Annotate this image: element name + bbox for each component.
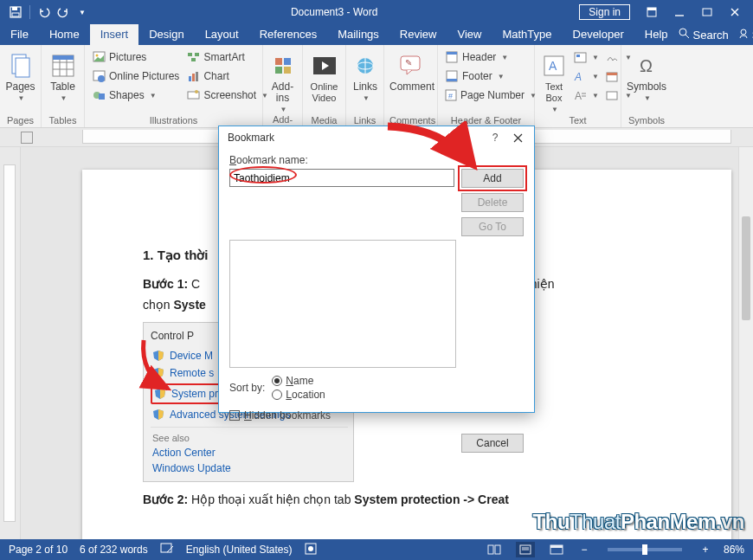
zoom-out-button[interactable]: − <box>578 544 590 556</box>
tab-references[interactable]: References <box>249 24 327 45</box>
tab-mathtype[interactable]: MathType <box>492 24 562 45</box>
drop-cap-button[interactable]: A▼ <box>571 87 601 104</box>
footer-button[interactable]: Footer▼ <box>443 68 533 85</box>
zoom-slider[interactable] <box>608 548 682 551</box>
sort-name-radio[interactable]: Name <box>272 375 325 387</box>
svg-line-10 <box>685 35 689 38</box>
close-icon[interactable] <box>729 6 741 18</box>
tab-design[interactable]: Design <box>138 24 194 45</box>
cancel-button[interactable]: Cancel <box>461 434 524 453</box>
watermark: ThuThuatPhanMem.vn <box>533 510 744 534</box>
dialog-titlebar[interactable]: Bookmark ? <box>219 126 534 149</box>
comment-button[interactable]: ✎Comment <box>389 48 434 93</box>
bookmark-dialog: Bookmark ? Bookmark name: Add Delete Go … <box>218 126 535 413</box>
shapes-icon <box>92 88 106 102</box>
online-video-button[interactable]: Online Video <box>308 48 340 104</box>
smartart-button[interactable]: SmartArt <box>184 48 270 66</box>
delete-button[interactable]: Delete <box>461 193 524 212</box>
status-page[interactable]: Page 2 of 10 <box>9 544 68 556</box>
shapes-button[interactable]: Shapes▼ <box>90 87 181 104</box>
sortby-label: Sort by: <box>229 382 265 394</box>
tab-view[interactable]: View <box>447 24 492 45</box>
vertical-ruler[interactable] <box>0 147 21 539</box>
signin-button[interactable]: Sign in <box>579 4 630 20</box>
svg-point-11 <box>741 29 746 35</box>
ribbon-tabs: File Home Insert Design Layout Reference… <box>0 24 753 45</box>
svg-rect-19 <box>53 55 74 60</box>
quick-parts-button[interactable]: ▼ <box>571 48 601 66</box>
zoom-in-button[interactable]: + <box>699 544 711 556</box>
svg-rect-4 <box>647 8 656 10</box>
minimize-icon[interactable] <box>673 6 685 18</box>
group-media-label: Media <box>308 114 340 126</box>
svg-rect-60 <box>607 73 617 75</box>
group-pages-label: Pages <box>5 114 35 126</box>
svg-point-70 <box>308 546 313 551</box>
vertical-scrollbar[interactable] <box>738 147 753 539</box>
group-illustrations-label: Illustrations <box>90 114 257 126</box>
quick-access-toolbar: ▼ <box>0 5 89 19</box>
status-words[interactable]: 6 of 232 words <box>80 544 148 556</box>
bookmark-list[interactable] <box>229 240 456 368</box>
screenshot-button[interactable]: Screenshot▼ <box>184 87 270 104</box>
tab-file[interactable]: File <box>0 24 39 45</box>
qat-customize-icon[interactable]: ▼ <box>75 5 89 19</box>
tab-review[interactable]: Review <box>389 24 447 45</box>
print-layout-icon[interactable] <box>516 542 535 557</box>
svg-point-33 <box>195 90 198 93</box>
sort-location-radio[interactable]: Location <box>272 389 325 401</box>
quick-parts-icon <box>573 50 587 64</box>
web-layout-icon[interactable] <box>547 542 566 557</box>
text-box-icon: A <box>540 52 568 80</box>
group-symbols-label: Symbols <box>627 114 666 126</box>
svg-rect-46 <box>447 52 457 55</box>
table-button[interactable]: Table▼ <box>47 48 79 102</box>
bookmark-name-input[interactable] <box>229 169 454 187</box>
header-icon <box>445 50 459 64</box>
macro-record-icon[interactable] <box>305 543 317 557</box>
status-language[interactable]: English (United States) <box>186 544 293 556</box>
spellcheck-icon[interactable] <box>160 543 174 557</box>
read-mode-icon[interactable] <box>485 542 504 557</box>
wordart-icon: A <box>573 69 587 83</box>
wordart-button[interactable]: A▼ <box>571 68 601 85</box>
tab-help[interactable]: Help <box>634 24 679 45</box>
goto-button[interactable]: Go To <box>461 217 524 236</box>
svg-rect-26 <box>188 53 192 56</box>
video-icon <box>311 52 338 80</box>
undo-icon[interactable] <box>37 5 51 19</box>
text-box-button[interactable]: AText Box▼ <box>540 48 568 113</box>
hidden-bookmarks-checkbox[interactable] <box>229 410 240 421</box>
svg-rect-1 <box>12 7 17 10</box>
add-button[interactable]: Add <box>461 169 524 188</box>
redo-icon[interactable] <box>56 5 70 19</box>
share-button[interactable]: Share <box>737 28 753 42</box>
tab-developper[interactable]: Developer <box>563 24 634 45</box>
chart-button[interactable]: Chart <box>184 68 270 85</box>
svg-rect-6 <box>703 9 711 16</box>
symbols-button[interactable]: ΩSymbols▼ <box>627 48 666 102</box>
tab-mailings[interactable]: Mailings <box>327 24 389 45</box>
pages-button[interactable]: Pages▼ <box>5 48 35 102</box>
tab-home[interactable]: Home <box>39 24 90 45</box>
svg-point-21 <box>95 55 98 57</box>
save-icon[interactable] <box>9 5 23 19</box>
zoom-level[interactable]: 86% <box>724 544 744 556</box>
maximize-icon[interactable] <box>701 6 713 18</box>
dialog-help-icon[interactable]: ? <box>484 129 506 146</box>
group-links-label: Links <box>351 114 378 126</box>
online-pictures-button[interactable]: Online Pictures <box>90 68 181 85</box>
header-button[interactable]: Header▼ <box>443 48 533 66</box>
table-icon <box>49 52 77 80</box>
chart-icon <box>186 69 200 83</box>
links-button[interactable]: Links▼ <box>351 48 379 102</box>
svg-rect-27 <box>195 53 199 56</box>
tab-layout[interactable]: Layout <box>195 24 249 45</box>
ribbon-display-icon[interactable] <box>646 6 658 18</box>
addins-button[interactable]: Add-ins▼ <box>268 48 297 113</box>
tell-me-search[interactable]: Search <box>679 28 729 42</box>
tab-insert[interactable]: Insert <box>90 24 139 45</box>
page-number-button[interactable]: #Page Number▼ <box>443 87 533 104</box>
pictures-button[interactable]: Pictures <box>90 48 181 66</box>
dialog-close-icon[interactable] <box>506 129 529 146</box>
